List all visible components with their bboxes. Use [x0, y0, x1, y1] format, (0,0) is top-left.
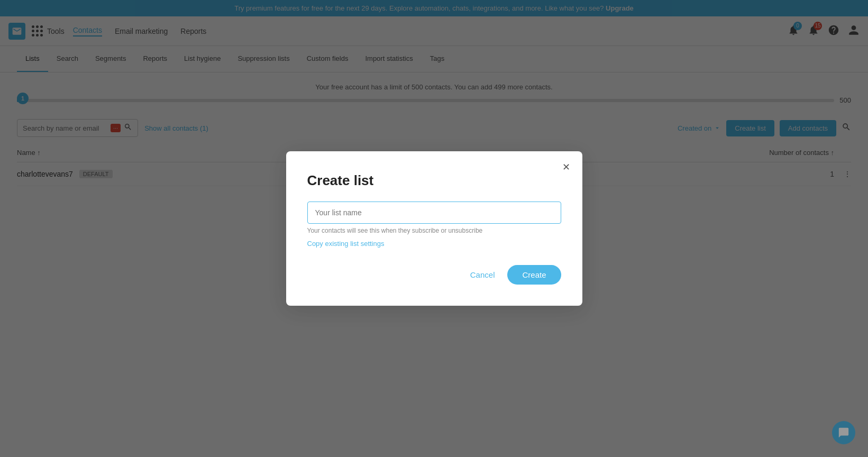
create-list-modal: ✕ Create list Your contacts will see thi…	[286, 151, 582, 306]
modal-hint: Your contacts will see this when they su…	[307, 227, 561, 234]
modal-close-button[interactable]: ✕	[559, 160, 574, 175]
list-name-input[interactable]	[307, 202, 561, 224]
cancel-button[interactable]: Cancel	[464, 266, 501, 284]
modal-title: Create list	[307, 172, 561, 189]
modal-overlay: ✕ Create list Your contacts will see thi…	[0, 0, 868, 457]
create-button[interactable]: Create	[507, 265, 561, 285]
modal-actions: Cancel Create	[307, 265, 561, 285]
copy-settings-link[interactable]: Copy existing list settings	[307, 240, 385, 248]
